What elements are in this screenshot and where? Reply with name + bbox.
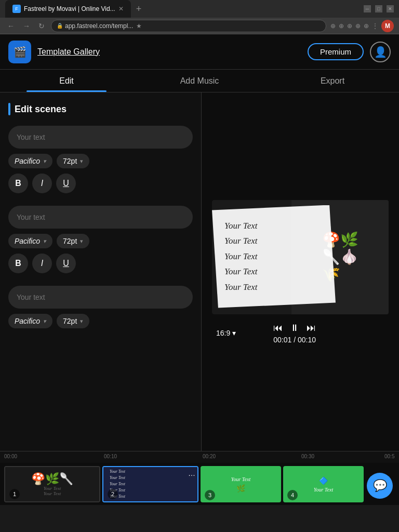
chevron-down-icon: ▾ xyxy=(43,318,46,325)
new-tab-button[interactable]: + xyxy=(136,4,142,15)
scene-3-format-row: Pacifico ▾ 72pt ▾ xyxy=(8,314,193,328)
scene-3-size-select[interactable]: 72pt ▾ xyxy=(57,314,89,328)
logo-icon: 🎬 xyxy=(14,46,26,58)
scene-1-size-select[interactable]: 72pt ▾ xyxy=(57,154,89,168)
tab-export[interactable]: Export xyxy=(266,70,399,92)
skip-back-button[interactable]: ⏮ xyxy=(273,323,283,334)
chat-button[interactable]: 💬 xyxy=(367,473,393,499)
ruler-mark-20: 00:20 xyxy=(203,454,216,459)
browser-menu-icon[interactable]: ⋮ xyxy=(372,22,378,30)
video-text-line-2: Your Text xyxy=(224,234,323,248)
scene-2-font-select[interactable]: Pacifico ▾ xyxy=(8,234,52,248)
scene-2-bold-button[interactable]: B xyxy=(8,254,28,273)
clip-2-number: 2 xyxy=(108,489,118,499)
clip-3-number: 3 xyxy=(205,490,215,500)
video-background: 🍄🌿🥄🧄🌾 Your Text Your Text Your Text Your… xyxy=(212,200,389,314)
tab-edit[interactable]: Edit xyxy=(0,70,133,92)
ext-icon-1[interactable]: ⊕ xyxy=(330,22,336,30)
pause-button[interactable]: ⏸ xyxy=(290,323,299,334)
active-tab[interactable]: F Fastreel by Movavi | Online Vid... ✕ xyxy=(5,0,131,18)
aspect-ratio-selector[interactable]: 16:9 ▾ xyxy=(216,329,236,337)
scene-2-underline-button[interactable]: U xyxy=(56,254,76,273)
star-icon[interactable]: ★ xyxy=(136,22,142,30)
browser-extension-icons: ⊕ ⊕ ⊕ ⊕ ⊕ ⋮ M xyxy=(330,20,394,32)
ext-icon-5[interactable]: ⊕ xyxy=(364,22,369,30)
user-avatar[interactable]: 👤 xyxy=(370,42,391,62)
maximize-button[interactable]: □ xyxy=(375,5,382,12)
scene-2-style-row: B I U xyxy=(8,254,193,273)
time-display: 00:01 / 00:10 xyxy=(273,336,316,344)
scene-1-text-input[interactable] xyxy=(8,126,193,149)
chevron-down-icon: ▾ xyxy=(232,329,236,337)
chevron-down-icon: ▾ xyxy=(43,158,46,165)
profile-icon[interactable]: M xyxy=(381,20,394,32)
scene-1-underline-button[interactable]: U xyxy=(56,174,76,193)
scene-1-style-row: B I U xyxy=(8,174,193,193)
scene-1: Pacifico ▾ 72pt ▾ B I U xyxy=(8,126,193,193)
clip-4-number: 4 xyxy=(287,490,298,500)
left-panel: Edit scenes Pacifico ▾ 72pt ▾ B I U xyxy=(0,92,202,451)
timeline: 00:00 00:10 00:20 00:30 00:5 🍄🌿🥄 Your Te… xyxy=(0,451,399,505)
scene-3-text-input[interactable] xyxy=(8,286,193,309)
scene-2-italic-button[interactable]: I xyxy=(32,254,52,273)
video-text-line-3: Your Text xyxy=(224,250,323,263)
scene-1-format-row: Pacifico ▾ 72pt ▾ xyxy=(8,154,193,168)
reload-button[interactable]: ↻ xyxy=(36,21,47,31)
clip-1-number: 1 xyxy=(9,489,20,499)
video-text-overlay: Your Text Your Text Your Text Your Text … xyxy=(212,205,336,308)
app-logo: 🎬 xyxy=(8,41,31,63)
right-panel: 🍄🌿🥄🧄🌾 Your Text Your Text Your Text Your… xyxy=(202,92,399,451)
address-bar: ← → ↻ 🔒 app.fastreel.com/templ... ★ ⊕ ⊕ … xyxy=(0,18,399,34)
tab-bar: F Fastreel by Movavi | Online Vid... ✕ +… xyxy=(0,0,399,18)
close-button[interactable]: ✕ xyxy=(387,5,394,12)
chevron-down-icon: ▾ xyxy=(80,158,83,165)
main-content: Edit scenes Pacifico ▾ 72pt ▾ B I U xyxy=(0,92,399,451)
scene-2: Pacifico ▾ 72pt ▾ B I U xyxy=(8,206,193,273)
timeline-clip-1[interactable]: 🍄🌿🥄 Your TextYour Text 1 xyxy=(4,466,100,502)
video-text-line-4: Your Text xyxy=(224,265,323,278)
video-text-line-1: Your Text xyxy=(224,219,323,233)
chevron-down-icon: ▾ xyxy=(80,318,83,325)
clip-2-text: Your TextYour TextYour TextYour TextYour… xyxy=(108,467,193,502)
tab-title: Fastreel by Movavi | Online Vid... xyxy=(24,5,115,12)
video-text-line-5: Your Text xyxy=(224,281,323,294)
back-button[interactable]: ← xyxy=(5,21,17,31)
user-icon: 👤 xyxy=(374,46,387,58)
timeline-clip-3[interactable]: Your Text 🌿 3 xyxy=(201,466,281,502)
playback-controls: ⏮ ⏸ ⏭ 00:01 / 00:10 xyxy=(273,323,316,344)
blue-accent-bar xyxy=(8,103,10,115)
ext-icon-2[interactable]: ⊕ xyxy=(339,22,344,30)
url-bar[interactable]: 🔒 app.fastreel.com/templ... ★ xyxy=(51,20,326,32)
play-row: ⏮ ⏸ ⏭ xyxy=(273,323,316,334)
scene-3-font-select[interactable]: Pacifico ▾ xyxy=(8,314,52,328)
forward-button[interactable]: → xyxy=(21,21,32,31)
timeline-clip-4[interactable]: 🔷 Your Text 4 xyxy=(283,466,364,502)
window-controls: ─ □ ✕ xyxy=(364,5,394,12)
ruler-mark-0: 00:00 xyxy=(4,454,17,459)
ruler-mark-30: 00:30 xyxy=(301,454,314,459)
video-controls: 16:9 ▾ ⏮ ⏸ ⏭ 00:01 / 00:10 xyxy=(212,323,389,344)
scene-2-size-select[interactable]: 72pt ▾ xyxy=(57,234,89,248)
scene-3: Pacifico ▾ 72pt ▾ xyxy=(8,286,193,328)
video-preview: 🍄🌿🥄🧄🌾 Your Text Your Text Your Text Your… xyxy=(212,200,389,314)
ext-icon-4[interactable]: ⊕ xyxy=(355,22,361,30)
timeline-ruler: 00:00 00:10 00:20 00:30 00:5 xyxy=(0,451,399,463)
ext-icon-3[interactable]: ⊕ xyxy=(347,22,352,30)
timeline-clip-2[interactable]: Your TextYour TextYour TextYour TextYour… xyxy=(102,466,198,502)
premium-button[interactable]: Premium xyxy=(308,43,364,60)
clip-2-menu-icon[interactable]: … xyxy=(188,469,195,477)
scene-2-text-input[interactable] xyxy=(8,206,193,229)
tab-add-music[interactable]: Add Music xyxy=(133,70,266,92)
minimize-button[interactable]: ─ xyxy=(364,5,371,12)
chevron-down-icon: ▾ xyxy=(43,238,46,245)
lock-icon: 🔒 xyxy=(57,23,63,29)
skip-forward-button[interactable]: ⏭ xyxy=(307,323,316,334)
scene-1-font-select[interactable]: Pacifico ▾ xyxy=(8,154,52,168)
scene-1-bold-button[interactable]: B xyxy=(8,174,28,193)
tab-close-icon[interactable]: ✕ xyxy=(118,5,124,12)
favicon: F xyxy=(12,5,21,13)
scene-1-italic-button[interactable]: I xyxy=(32,174,52,193)
scene-2-format-row: Pacifico ▾ 72pt ▾ xyxy=(8,234,193,248)
nav-tabs: Edit Add Music Export xyxy=(0,70,399,92)
app-title[interactable]: Template Gallery xyxy=(37,47,301,57)
